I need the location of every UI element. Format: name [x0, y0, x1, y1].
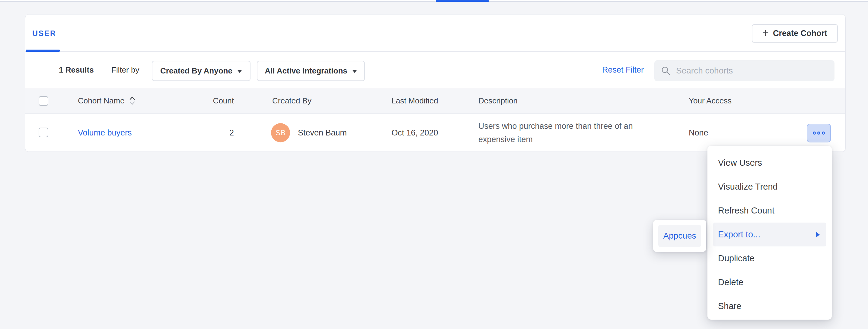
cohorts-card: USER + Create Cohort 1 Results Filter by…: [25, 14, 846, 152]
table-header: Cohort Name Count Created By Last Modifi…: [25, 88, 845, 114]
menu-item-export-to[interactable]: Export to...: [713, 223, 826, 246]
cohort-name-header-label: Cohort Name: [78, 96, 125, 106]
tab-user[interactable]: USER: [32, 29, 56, 38]
description-value: Users who purchase more than three of an…: [478, 119, 647, 146]
column-header-last-modified: Last Modified: [392, 96, 438, 106]
column-header-count: Count: [188, 96, 234, 106]
menu-item-refresh-count[interactable]: Refresh Count: [713, 199, 826, 223]
cohort-name-link[interactable]: Volume buyers: [78, 128, 132, 137]
created-by-dropdown[interactable]: Created By Anyone: [152, 61, 250, 81]
search-icon: [661, 66, 671, 76]
last-modified-value: Oct 16, 2020: [392, 128, 438, 137]
menu-item-view-users[interactable]: View Users: [713, 151, 826, 175]
export-submenu: Appcues: [653, 220, 706, 252]
menu-item-delete[interactable]: Delete: [713, 270, 826, 294]
active-tab-underline: [26, 50, 60, 52]
create-cohort-button[interactable]: + Create Cohort: [752, 24, 838, 43]
filter-divider: [102, 60, 102, 74]
submenu-arrow-icon: [816, 232, 820, 237]
create-cohort-label: Create Cohort: [773, 29, 827, 38]
filter-bar: 1 Results Filter by Created By Anyone Al…: [25, 52, 845, 88]
column-header-created-by: Created By: [272, 96, 311, 106]
integrations-dropdown-label: All Active Integrations: [265, 66, 347, 76]
chevron-down-icon: [352, 70, 357, 73]
chevron-down-icon: [237, 70, 242, 73]
cohort-count: 2: [188, 128, 234, 137]
search-box[interactable]: [654, 60, 835, 81]
plus-icon: +: [763, 28, 769, 38]
created-by-dropdown-label: Created By Anyone: [160, 66, 232, 76]
row-actions-menu: View Users Visualize Trend Refresh Count…: [707, 146, 832, 320]
avatar: SB: [271, 123, 290, 142]
column-header-cohort-name[interactable]: Cohort Name: [78, 95, 135, 106]
page-tab-indicator: [436, 0, 489, 2]
select-all-checkbox[interactable]: [39, 96, 48, 106]
select-row-checkbox[interactable]: [39, 128, 48, 137]
dot-icon: [822, 132, 825, 135]
search-input[interactable]: [676, 66, 828, 76]
submenu-item-appcues[interactable]: Appcues: [658, 225, 701, 247]
reset-filter-link[interactable]: Reset Filter: [602, 65, 644, 74]
results-count: 1 Results: [59, 65, 94, 74]
row-actions-button[interactable]: [807, 124, 831, 142]
column-header-your-access: Your Access: [689, 96, 732, 106]
menu-item-share[interactable]: Share: [713, 294, 826, 318]
menu-item-export-to-label: Export to...: [718, 229, 760, 240]
dot-icon: [817, 132, 820, 135]
created-by-value: Steven Baum: [298, 128, 347, 137]
sort-icon: [129, 95, 135, 106]
menu-item-duplicate[interactable]: Duplicate: [713, 246, 826, 270]
access-value: None: [689, 128, 708, 137]
tab-strip: USER + Create Cohort: [25, 15, 845, 52]
column-header-description: Description: [478, 96, 518, 106]
dot-icon: [813, 132, 816, 135]
menu-item-visualize-trend[interactable]: Visualize Trend: [713, 175, 826, 199]
integrations-dropdown[interactable]: All Active Integrations: [257, 61, 365, 81]
top-tab-bar-sliver: [0, 0, 868, 2]
filter-by-label: Filter by: [112, 65, 139, 74]
